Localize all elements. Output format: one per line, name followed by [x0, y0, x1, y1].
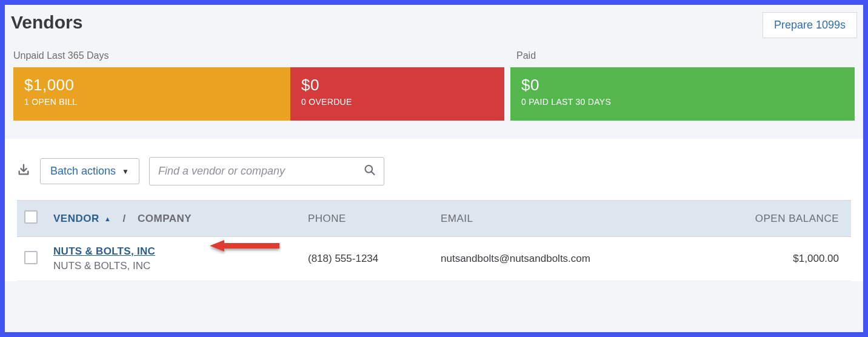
batch-actions-button[interactable]: Batch actions ▼	[40, 158, 139, 184]
table-toolbar: Batch actions ▼	[17, 157, 851, 185]
column-separator: /	[123, 213, 126, 224]
page-title: Vendors	[11, 12, 82, 33]
table-row: NUTS & BOLTS, INC NUTS & BOLTS, INC	[17, 237, 851, 281]
search-input[interactable]	[149, 157, 384, 185]
open-sublabel: 1 OPEN BILL	[24, 97, 277, 107]
vendors-table: VENDOR ▲ / COMPANY PHONE EMAIL OPEN BALA…	[17, 200, 851, 281]
svg-line-1	[371, 172, 374, 175]
balance-cell: $1,000.00	[690, 237, 851, 281]
email-column-header[interactable]: EMAIL	[433, 201, 690, 237]
vendors-page: Vendors Prepare 1099s Unpaid Last 365 Da…	[5, 5, 863, 332]
summary-section: Unpaid Last 365 Days Paid $1,000 1 OPEN …	[5, 38, 863, 139]
paid-sublabel: 0 PAID LAST 30 DAYS	[521, 97, 844, 107]
summary-labels: Unpaid Last 365 Days Paid	[13, 50, 855, 61]
vendor-cell: NUTS & BOLTS, INC NUTS & BOLTS, INC	[46, 237, 301, 281]
table-header-row: VENDOR ▲ / COMPANY PHONE EMAIL OPEN BALA…	[17, 201, 851, 237]
overdue-amount: $0	[301, 76, 493, 95]
unpaid-label: Unpaid Last 365 Days	[13, 50, 516, 61]
phone-column-header[interactable]: PHONE	[301, 201, 433, 237]
company-header-label: COMPANY	[138, 213, 192, 224]
header-checkbox-cell	[17, 201, 46, 237]
sort-asc-icon: ▲	[104, 215, 111, 222]
search-wrap	[149, 157, 384, 185]
paid-amount: $0	[521, 76, 844, 95]
batch-label: Batch actions	[50, 165, 116, 178]
paid-label: Paid	[516, 50, 536, 61]
vendor-column-header[interactable]: VENDOR ▲ / COMPANY	[46, 201, 301, 237]
overdue-card[interactable]: $0 0 OVERDUE	[288, 67, 504, 121]
summary-cards: $1,000 1 OPEN BILL $0 0 OVERDUE $0 0 PAI…	[13, 67, 855, 121]
download-icon[interactable]	[17, 163, 30, 180]
chevron-down-icon: ▼	[122, 167, 129, 176]
phone-cell: (818) 555-1234	[301, 237, 433, 281]
page-header: Vendors Prepare 1099s	[5, 5, 863, 38]
open-bills-card[interactable]: $1,000 1 OPEN BILL	[13, 67, 288, 121]
vendor-link[interactable]: NUTS & BOLTS, INC	[53, 245, 155, 257]
vendor-company: NUTS & BOLTS, INC	[53, 260, 293, 272]
email-cell: nutsandbolts@nutsandbolts.com	[433, 237, 690, 281]
balance-column-header[interactable]: OPEN BALANCE	[690, 201, 851, 237]
open-amount: $1,000	[24, 76, 277, 95]
paid-card[interactable]: $0 0 PAID LAST 30 DAYS	[510, 67, 855, 121]
row-checkbox[interactable]	[24, 251, 38, 264]
overdue-sublabel: 0 OVERDUE	[301, 97, 493, 107]
search-icon[interactable]	[364, 164, 376, 179]
vendor-header-label: VENDOR	[53, 213, 99, 224]
table-section: Batch actions ▼	[5, 139, 863, 281]
prepare-1099s-button[interactable]: Prepare 1099s	[763, 12, 857, 38]
select-all-checkbox[interactable]	[24, 210, 38, 224]
row-checkbox-cell	[17, 237, 46, 281]
